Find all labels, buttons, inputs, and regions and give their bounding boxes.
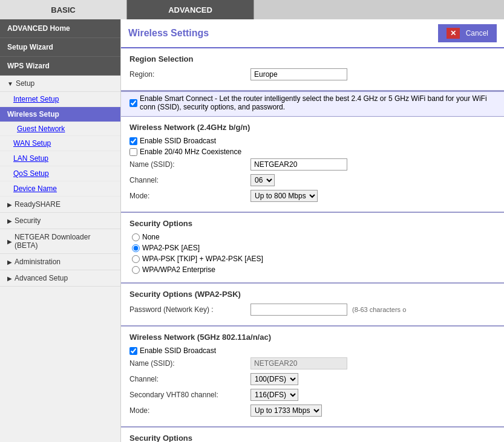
ssid-5g-row: Name (SSID): [129,357,496,369]
security-options-5g-title: Security Options [129,434,496,442]
mode-5g-row: Mode: Up to 1733 Mbps Up to 867 Mbps [129,405,496,417]
region-label: Region: [129,70,250,79]
netgear-downloader-arrow-icon: ▶ [7,238,12,245]
security-enterprise-label[interactable]: WPA/WPA2 Enterprise [129,265,496,274]
tab-advanced[interactable]: ADVANCED [127,0,254,19]
setup-arrow-icon: ▼ [7,80,13,87]
wireless-5g-section: Wireless Network (5GHz 802.11a/n/ac) Ena… [121,327,504,427]
sidebar-section-advanced-setup[interactable]: ▶ Advanced Setup [0,270,120,287]
enable-2040-label[interactable]: Enable 20/40 MHz Coexistence [129,148,496,156]
sidebar-section-netgear-downloader[interactable]: ▶ NETGEAR Downloader (BETA) [0,229,120,254]
channel-24-label: Channel: [129,176,250,184]
smart-connect-label[interactable]: Enable Smart Connect - Let the router in… [129,94,496,111]
sidebar-item-advanced-home[interactable]: ADVANCED Home [0,19,120,38]
security-wpa2-title: Security Options (WPA2-PSK) [129,290,496,299]
enable-ssid-24-label[interactable]: Enable SSID Broadcast [129,137,496,145]
smart-connect-row: Enable Smart Connect - Let the router in… [121,91,504,117]
smart-connect-checkbox[interactable] [129,99,137,107]
security-options-24-title: Security Options [129,219,496,228]
mode-24-label: Mode: [129,192,250,200]
mode-24-row: Mode: Up to 800 Mbps Up to 400 Mbps [129,190,496,202]
ssid-24-row: Name (SSID): [129,158,496,171]
security-arrow-icon: ▶ [7,218,12,224]
security-enterprise-radio[interactable] [132,266,140,274]
security-none-label[interactable]: None [129,233,496,241]
sidebar-item-internet-setup[interactable]: Internet Setup [0,92,120,107]
tab-basic-label: BASIC [51,5,75,15]
password-row: Password (Network Key) : (8-63 character… [129,304,496,316]
region-input[interactable] [250,68,347,80]
security-none-radio[interactable] [132,233,140,241]
enable-ssid-24-text: Enable SSID Broadcast [140,137,216,145]
secondary-vht80-row: Secondary VHT80 channel: 116(DFS) 104(DF… [129,389,496,401]
sidebar-section-readyshare[interactable]: ▶ ReadySHARE [0,197,120,213]
enable-ssid-5g-checkbox[interactable] [129,347,137,355]
security-wpa2-section: Security Options (WPA2-PSK) Password (Ne… [121,284,504,327]
tab-advanced-label: ADVANCED [168,5,212,15]
cancel-button[interactable]: ✕ Cancel [438,24,497,42]
security-wpa2-aes-radio[interactable] [132,244,140,252]
sidebar-item-qos-setup[interactable]: QoS Setup [0,166,120,181]
content-header: Wireless Settings ✕ Cancel [121,19,504,48]
tab-basic[interactable]: BASIC [0,0,127,19]
content-area: Wireless Settings ✕ Cancel Region Select… [121,19,504,442]
region-row: Region: [129,68,496,80]
channel-5g-row: Channel: 100(DFS) 36 40 44 149 [129,373,496,385]
enable-ssid-24-checkbox[interactable] [129,137,137,145]
ssid-24-label: Name (SSID): [129,160,250,169]
sidebar-item-guest-network[interactable]: Guest Network [0,122,120,136]
cancel-x-icon: ✕ [447,28,460,39]
region-section: Region Selection Region: [121,48,504,91]
security-options-5g-section: Security Options [121,427,504,442]
channel-24-row: Channel: 06 01 02 11 [129,174,496,186]
password-note: (8-63 characters o [352,306,406,313]
enable-2040-checkbox[interactable] [129,148,137,156]
wireless-24-section: Wireless Network (2.4GHz b/g/n) Enable S… [121,117,504,213]
sidebar-item-device-name[interactable]: Device Name [0,181,120,197]
sidebar-section-administration[interactable]: ▶ Administration [0,254,120,270]
page-title: Wireless Settings [128,28,209,39]
sidebar-section-security[interactable]: ▶ Security [0,213,120,229]
secondary-vht80-select[interactable]: 116(DFS) 104(DFS) 108(DFS) 112(DFS) [250,389,298,401]
enable-ssid-5g-text: Enable SSID Broadcast [140,346,216,355]
wireless-24-title: Wireless Network (2.4GHz b/g/n) [129,123,496,132]
administration-arrow-icon: ▶ [7,259,12,265]
password-label: Password (Network Key) : [129,305,250,314]
wireless-5g-title: Wireless Network (5GHz 802.11a/n/ac) [129,333,496,342]
security-options-list: None WPA2-PSK [AES] WPA-PSK [TKIP] + WPA… [129,233,496,276]
sidebar: ADVANCED Home Setup Wizard WPS Wizard ▼ … [0,19,121,442]
password-input[interactable] [250,304,347,316]
channel-5g-label: Channel: [129,375,250,383]
sidebar-item-lan-setup[interactable]: LAN Setup [0,151,120,166]
security-wpa2-aes-label[interactable]: WPA2-PSK [AES] [129,244,496,252]
enable-2040-text: Enable 20/40 MHz Coexistence [140,148,241,156]
readyshare-arrow-icon: ▶ [7,201,12,208]
smart-connect-text: Enable Smart Connect - Let the router in… [140,94,496,111]
mode-5g-select[interactable]: Up to 1733 Mbps Up to 867 Mbps [250,405,322,417]
mode-5g-label: Mode: [129,406,250,415]
sidebar-item-wps-wizard[interactable]: WPS Wizard [0,57,120,76]
sidebar-item-wan-setup[interactable]: WAN Setup [0,136,120,151]
ssid-5g-input[interactable] [250,357,347,369]
cancel-label: Cancel [466,29,488,37]
mode-24-select[interactable]: Up to 800 Mbps Up to 400 Mbps [250,190,318,202]
ssid-5g-label: Name (SSID): [129,359,250,368]
secondary-vht80-label: Secondary VHT80 channel: [129,391,250,399]
advanced-setup-arrow-icon: ▶ [7,275,12,282]
sidebar-item-wireless-setup[interactable]: Wireless Setup [0,107,120,122]
sidebar-item-setup-wizard[interactable]: Setup Wizard [0,38,120,57]
channel-24-select[interactable]: 06 01 02 11 [250,174,275,186]
security-wpa-tkip-label[interactable]: WPA-PSK [TKIP] + WPA2-PSK [AES] [129,255,496,263]
ssid-24-input[interactable] [250,158,347,171]
security-wpa-tkip-radio[interactable] [132,255,140,263]
enable-ssid-5g-label[interactable]: Enable SSID Broadcast [129,346,496,355]
security-options-24-section: Security Options None WPA2-PSK [AES] WPA… [121,213,504,284]
channel-5g-select[interactable]: 100(DFS) 36 40 44 149 [250,373,298,385]
sidebar-section-setup[interactable]: ▼ Setup [0,76,120,92]
region-section-title: Region Selection [129,54,496,63]
